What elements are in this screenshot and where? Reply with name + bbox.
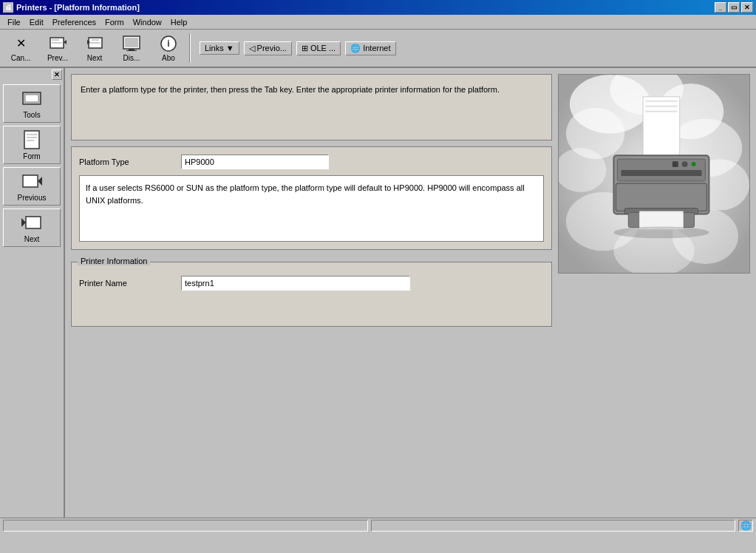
cancel-icon: ✕ <box>12 35 30 52</box>
menu-form[interactable]: Form <box>101 16 129 28</box>
title-controls: _ ▭ ✕ <box>715 2 753 13</box>
svg-rect-6 <box>90 42 101 44</box>
content-area: Enter a platform type for the printer, t… <box>65 68 756 518</box>
svg-rect-2 <box>52 42 62 44</box>
menu-bar: File Edit Preferences Form Window Help <box>0 15 756 30</box>
previous-toolbar-button[interactable]: Prev... <box>40 32 75 64</box>
svg-rect-11 <box>126 50 137 51</box>
next-sidebar-icon <box>20 212 44 233</box>
printer-name-row: Printer Name <box>79 276 544 291</box>
status-globe: 🌐 <box>738 520 753 532</box>
printer-info-group: Printer Information Printer Name <box>71 262 552 327</box>
svg-rect-22 <box>26 217 41 228</box>
printer-illustration <box>559 74 749 274</box>
instruction-text: Enter a platform type for the printer, t… <box>81 84 542 97</box>
svg-point-49 <box>613 226 709 238</box>
form-area: Enter a platform type for the printer, t… <box>71 74 552 512</box>
menu-help[interactable]: Help <box>166 16 192 28</box>
status-panel-1 <box>3 520 368 532</box>
app-icon: 🖨 <box>3 2 13 13</box>
prev-link-icon: ◁ <box>249 44 255 53</box>
svg-point-43 <box>682 161 688 167</box>
menu-window[interactable]: Window <box>129 16 166 28</box>
svg-point-44 <box>692 162 696 166</box>
instruction-box: Enter a platform type for the printer, t… <box>71 74 552 140</box>
svg-rect-17 <box>27 134 37 135</box>
platform-type-input[interactable] <box>181 155 329 169</box>
next-icon <box>86 35 103 52</box>
title-bar: 🖨 Printers - [Platform Information] _ ▭ … <box>0 0 756 15</box>
links-dropdown-icon: ▼ <box>226 44 234 52</box>
main-layout: ✕ Tools Form Previous Next <box>0 68 756 518</box>
svg-rect-1 <box>52 39 59 41</box>
toolbar: ✕ Can... Prev... Next Dis... i Abo Links… <box>0 30 756 68</box>
svg-rect-41 <box>621 170 701 176</box>
next-toolbar-button[interactable]: Next <box>77 32 112 64</box>
svg-rect-36 <box>645 101 678 102</box>
svg-rect-18 <box>27 137 37 138</box>
window-title: Printers - [Platform Information] <box>16 3 140 12</box>
menu-preferences[interactable]: Preferences <box>48 16 101 28</box>
internet-button[interactable]: 🌐 Internet <box>345 41 395 55</box>
internet-icon: 🌐 <box>350 44 361 53</box>
sidebar-previous-button[interactable]: Previous <box>3 167 61 206</box>
status-panel-2 <box>371 520 736 532</box>
platform-type-label: Platform Type <box>79 157 175 166</box>
tools-icon <box>20 88 44 109</box>
form-icon <box>20 129 44 150</box>
svg-marker-23 <box>21 218 26 227</box>
display-button[interactable]: Dis... <box>114 32 149 64</box>
platform-type-section: Platform Type If a user selects RS6000 o… <box>71 146 552 250</box>
sidebar: ✕ Tools Form Previous Next <box>0 68 65 518</box>
ole-button[interactable]: ⊞ OLE ... <box>296 41 341 55</box>
about-icon: i <box>160 35 177 52</box>
menu-file[interactable]: File <box>3 16 25 28</box>
about-button[interactable]: i Abo <box>151 32 186 64</box>
group-box-legend: Printer Information <box>78 257 150 265</box>
svg-rect-20 <box>23 175 38 187</box>
svg-text:i: i <box>167 38 169 49</box>
sidebar-close-button[interactable]: ✕ <box>52 69 62 80</box>
toolbar-separator <box>189 33 191 63</box>
display-icon <box>123 35 140 52</box>
status-bar: 🌐 <box>0 518 756 532</box>
ole-icon: ⊞ <box>302 44 308 53</box>
printer-image <box>558 74 750 274</box>
previous-icon <box>49 35 67 52</box>
printer-name-input[interactable] <box>181 276 410 291</box>
restore-button[interactable]: ▭ <box>728 2 740 13</box>
links-button[interactable]: Links ▼ <box>200 41 239 55</box>
note-box: If a user selects RS6000 or SUN as the p… <box>79 175 544 242</box>
svg-rect-10 <box>129 49 134 50</box>
svg-marker-21 <box>38 177 42 186</box>
sidebar-form-button[interactable]: Form <box>3 126 61 164</box>
menu-edit[interactable]: Edit <box>25 16 48 28</box>
previous-link-button[interactable]: ◁ Previo... <box>244 41 292 55</box>
sidebar-tools-button[interactable]: Tools <box>3 84 61 123</box>
sidebar-next-button[interactable]: Next <box>3 208 61 247</box>
svg-rect-38 <box>645 111 678 112</box>
svg-rect-15 <box>25 95 38 102</box>
cancel-button[interactable]: ✕ Can... <box>3 32 38 64</box>
svg-rect-5 <box>92 39 99 41</box>
printer-name-label: Printer Name <box>79 279 175 288</box>
minimize-button[interactable]: _ <box>715 2 726 13</box>
platform-type-row: Platform Type <box>79 155 544 169</box>
svg-rect-40 <box>617 159 705 181</box>
previous-sidebar-icon <box>20 171 44 191</box>
svg-rect-37 <box>645 106 678 107</box>
svg-rect-9 <box>125 38 138 47</box>
svg-rect-45 <box>616 183 706 211</box>
svg-rect-42 <box>672 161 678 167</box>
note-text: If a user selects RS6000 or SUN as the p… <box>86 182 537 206</box>
svg-rect-19 <box>27 140 34 141</box>
close-button[interactable]: ✕ <box>741 2 753 13</box>
